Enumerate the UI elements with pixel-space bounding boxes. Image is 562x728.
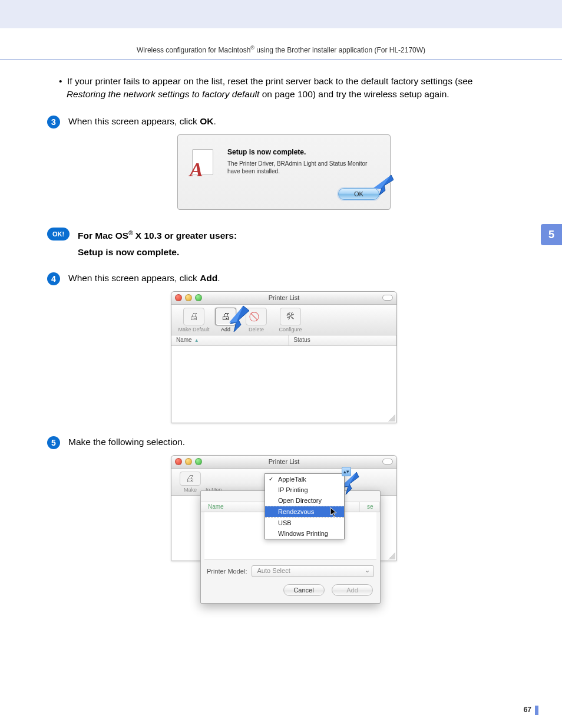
bullet-part2: on page 100) and try the wireless setup … <box>259 89 449 99</box>
ok-pill-icon: OK! <box>47 228 70 241</box>
window-title-2: Printer List <box>171 458 396 465</box>
configure-button: 🛠 Configure <box>272 308 309 334</box>
add-printer-sheet: ▴▾ AppleTalk IP Printing Open Directory … <box>200 490 381 604</box>
step-5-text: Make the following selection. <box>68 436 185 447</box>
option-appletalk[interactable]: AppleTalk <box>265 474 344 485</box>
step-3-before: When this screen appears, click <box>68 116 200 126</box>
connection-type-dropdown[interactable]: ▴▾ AppleTalk IP Printing Open Directory … <box>265 473 345 539</box>
ok-line2: Setup is now complete. <box>78 247 179 257</box>
page-number-accent <box>535 706 538 715</box>
dialog-body: The Printer Driver, BRAdmin Light and St… <box>227 160 379 175</box>
dialog-title: Setup is now complete. <box>227 148 379 156</box>
resize-grip-icon[interactable] <box>388 552 395 559</box>
running-header: Wireless configuration for Macintosh® us… <box>0 45 562 54</box>
printer-model-value: Auto Select <box>257 567 290 574</box>
printer-icon: 🖨 <box>180 472 201 486</box>
option-rendezvous[interactable]: Rendezvous <box>265 506 344 517</box>
step-4: 4 When this screen appears, click Add. <box>47 272 521 285</box>
step-4-before: When this screen appears, click <box>68 273 200 283</box>
printer-list-area[interactable] <box>171 346 396 423</box>
option-rendezvous-label: Rendezvous <box>278 508 314 515</box>
step-4-after: . <box>217 273 220 283</box>
top-band <box>0 0 562 28</box>
column-headers[interactable]: Name▲ Status <box>171 335 396 346</box>
printer-model-select[interactable]: Auto Select <box>252 565 374 577</box>
sort-indicator-icon: ▲ <box>194 338 199 343</box>
configure-icon: 🛠 <box>280 308 301 325</box>
chapter-tab: 5 <box>541 224 562 245</box>
bullet-italic: Restoring the network settings to factor… <box>67 89 259 99</box>
col-name[interactable]: Name▲ <box>171 335 289 345</box>
ok-callout: OK! For Mac OS® X 10.3 or greater users:… <box>47 228 521 261</box>
cancel-button[interactable]: Cancel <box>283 584 325 596</box>
registered-mark-2: ® <box>128 230 133 236</box>
step-3-after: . <box>213 116 216 126</box>
header-after: using the Brother installer application … <box>254 46 425 54</box>
printer-list-window: Printer List 🖨 Make Default 🖨 Add ⃠ Dele… <box>171 291 397 423</box>
sheet-col-right[interactable]: se <box>360 502 380 512</box>
step-3-badge: 3 <box>47 116 60 129</box>
step-4-badge: 4 <box>47 272 60 285</box>
make-default-button: 🖨 Make Default <box>175 308 213 334</box>
step-3-bold: OK <box>200 116 213 126</box>
bullet-part1: If your printer fails to appear on the l… <box>67 76 472 86</box>
pointer-arrow-icon <box>368 174 394 196</box>
cursor-icon <box>330 507 338 518</box>
step-3: 3 When this screen appears, click OK. <box>47 116 521 129</box>
configure-label: Configure <box>279 327 302 332</box>
printer-list-toolbar: 🖨 Make Default 🖨 Add ⃠ Delete 🛠 Configur… <box>171 305 396 335</box>
col-status[interactable]: Status <box>289 335 396 345</box>
make-default-label: Make Default <box>178 327 209 332</box>
svg-marker-4 <box>330 508 336 517</box>
option-usb[interactable]: USB <box>265 517 344 528</box>
col-name-label: Name <box>176 337 192 343</box>
step-5: 5 Make the following selection. <box>47 436 521 449</box>
installer-app-icon: A <box>189 148 218 177</box>
header-before: Wireless configuration for Macintosh <box>137 46 250 54</box>
step-4-bold: Add <box>200 273 217 283</box>
setup-complete-dialog: A Setup is now complete. The Printer Dri… <box>177 134 391 210</box>
pointer-arrow-icon-2 <box>226 305 249 333</box>
page-number: 67 <box>524 706 531 714</box>
option-ip-printing[interactable]: IP Printing <box>265 485 344 495</box>
window-titlebar-2[interactable]: Printer List <box>171 456 396 469</box>
delete-label: Delete <box>249 327 264 332</box>
note-bullet: •If your printer fails to appear on the … <box>59 75 521 101</box>
resize-grip-icon[interactable] <box>388 414 395 421</box>
ok-line1-before: For Mac OS <box>78 230 128 241</box>
window-title: Printer List <box>171 294 396 301</box>
registered-mark: ® <box>250 45 254 51</box>
add-button-sheet[interactable]: Add <box>332 584 373 596</box>
step-5-badge: 5 <box>47 436 60 449</box>
option-open-directory[interactable]: Open Directory <box>265 495 344 506</box>
printer-icon: 🖨 <box>183 308 204 325</box>
printer-model-label: Printer Model: <box>207 568 247 575</box>
ok-line1-after: X 10.3 or greater users: <box>133 230 237 241</box>
header-rule <box>0 59 562 60</box>
make-label-trunc: Make <box>184 487 197 493</box>
option-windows-printing[interactable]: Windows Printing <box>265 528 344 539</box>
window-titlebar[interactable]: Printer List <box>171 292 396 305</box>
